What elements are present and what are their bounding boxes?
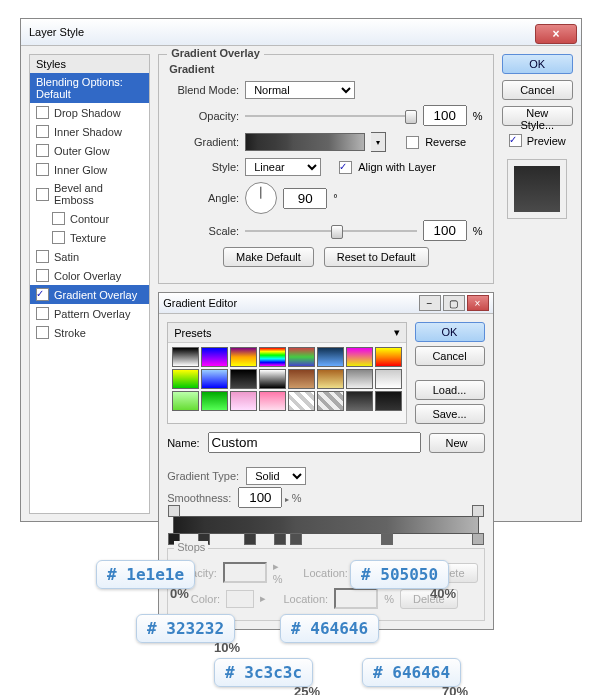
style-item-outer-glow[interactable]: Outer Glow [30, 141, 149, 160]
gradient-editor-title: Gradient Editor [163, 297, 237, 309]
ge-ok-button[interactable]: OK [415, 322, 485, 342]
preset-swatch[interactable] [375, 391, 402, 411]
style-checkbox[interactable] [36, 288, 49, 301]
color-stop[interactable] [244, 533, 256, 545]
preset-swatch[interactable] [288, 347, 315, 367]
color-stop[interactable] [290, 533, 302, 545]
gradient-swatch[interactable] [245, 133, 365, 151]
ok-button[interactable]: OK [502, 54, 573, 74]
style-label: Gradient Overlay [54, 289, 137, 301]
style-label: Inner Shadow [54, 126, 122, 138]
style-item-pattern-overlay[interactable]: Pattern Overlay [30, 304, 149, 323]
smoothness-input[interactable] [238, 487, 282, 508]
make-default-button[interactable]: Make Default [223, 247, 314, 267]
name-input[interactable] [208, 432, 421, 453]
preset-swatch[interactable] [288, 369, 315, 389]
preset-swatch[interactable] [375, 347, 402, 367]
angle-dial[interactable] [245, 182, 277, 214]
style-item-satin[interactable]: Satin [30, 247, 149, 266]
style-item-drop-shadow[interactable]: Drop Shadow [30, 103, 149, 122]
style-checkbox[interactable] [36, 106, 49, 119]
style-item-color-overlay[interactable]: Color Overlay [30, 266, 149, 285]
ge-save-button[interactable]: Save... [415, 404, 485, 424]
preset-swatch[interactable] [346, 391, 373, 411]
opacity-stop[interactable] [472, 505, 484, 517]
style-item-gradient-overlay[interactable]: Gradient Overlay [30, 285, 149, 304]
opacity-slider[interactable] [245, 107, 417, 125]
color-stop[interactable] [472, 533, 484, 545]
style-item-stroke[interactable]: Stroke [30, 323, 149, 342]
preset-swatch[interactable] [230, 369, 257, 389]
close-button[interactable]: × [535, 24, 577, 44]
chevron-down-icon: ▾ [376, 138, 380, 147]
preset-swatch[interactable] [375, 369, 402, 389]
blend-mode-select[interactable]: Normal [245, 81, 355, 99]
preset-swatch[interactable] [230, 391, 257, 411]
style-item-inner-shadow[interactable]: Inner Shadow [30, 122, 149, 141]
preset-swatch[interactable] [230, 347, 257, 367]
style-checkbox[interactable] [36, 188, 49, 201]
gradient-type-select[interactable]: Solid [246, 467, 306, 485]
ge-load-button[interactable]: Load... [415, 380, 485, 400]
gradient-subhead: Gradient [169, 63, 482, 75]
stop-location-label: Location: [272, 593, 328, 605]
style-item-bevel-and-emboss[interactable]: Bevel and Emboss [30, 179, 149, 209]
angle-input[interactable] [283, 188, 327, 209]
style-item-texture[interactable]: Texture [30, 228, 149, 247]
ge-cancel-button[interactable]: Cancel [415, 346, 485, 366]
style-checkbox[interactable] [36, 250, 49, 263]
align-checkbox[interactable] [339, 161, 352, 174]
style-checkbox[interactable] [36, 163, 49, 176]
new-style-button[interactable]: New Style... [502, 106, 573, 126]
reset-default-button[interactable]: Reset to Default [324, 247, 429, 267]
preset-swatch[interactable] [201, 347, 228, 367]
style-checkbox[interactable] [36, 326, 49, 339]
preset-swatch[interactable] [288, 391, 315, 411]
gradient-label: Gradient: [169, 136, 239, 148]
style-checkbox[interactable] [36, 307, 49, 320]
preset-swatch[interactable] [317, 369, 344, 389]
cancel-button[interactable]: Cancel [502, 80, 573, 100]
preset-swatch[interactable] [259, 369, 286, 389]
preview-checkbox[interactable] [509, 134, 522, 147]
blending-options-row[interactable]: Blending Options: Default [30, 73, 149, 103]
close-button[interactable]: × [467, 295, 489, 311]
pct-callout: 25% [294, 684, 320, 695]
gradient-dropdown-button[interactable]: ▾ [371, 132, 386, 152]
preset-swatch[interactable] [317, 391, 344, 411]
style-select[interactable]: Linear [245, 158, 321, 176]
stop-location-input [334, 588, 378, 609]
style-item-contour[interactable]: Contour [30, 209, 149, 228]
right-column: OK Cancel New Style... Preview [502, 54, 573, 514]
style-checkbox[interactable] [36, 125, 49, 138]
style-checkbox[interactable] [36, 144, 49, 157]
style-checkbox[interactable] [36, 269, 49, 282]
style-item-inner-glow[interactable]: Inner Glow [30, 160, 149, 179]
styles-header: Styles [30, 55, 149, 73]
opacity-input[interactable] [423, 105, 467, 126]
preset-swatch[interactable] [172, 369, 199, 389]
color-stop[interactable] [274, 533, 286, 545]
color-stop[interactable] [381, 533, 393, 545]
opacity-stop[interactable] [168, 505, 180, 517]
preset-swatch[interactable] [172, 347, 199, 367]
presets-label: Presets [174, 327, 211, 339]
reverse-checkbox[interactable] [406, 136, 419, 149]
scale-slider[interactable] [245, 222, 417, 240]
style-checkbox[interactable] [52, 212, 65, 225]
style-checkbox[interactable] [52, 231, 65, 244]
preset-swatch[interactable] [259, 391, 286, 411]
preset-swatch[interactable] [201, 369, 228, 389]
preset-swatch[interactable] [317, 347, 344, 367]
gradient-bar[interactable] [173, 516, 478, 534]
preset-swatch[interactable] [201, 391, 228, 411]
scale-input[interactable] [423, 220, 467, 241]
preset-swatch[interactable] [346, 369, 373, 389]
preset-swatch[interactable] [172, 391, 199, 411]
preset-swatch[interactable] [346, 347, 373, 367]
minimize-button[interactable]: − [419, 295, 441, 311]
ge-new-button[interactable]: New [429, 433, 485, 453]
maximize-button[interactable]: ▢ [443, 295, 465, 311]
preset-swatch[interactable] [259, 347, 286, 367]
presets-menu-icon[interactable]: ▾ [394, 326, 400, 339]
